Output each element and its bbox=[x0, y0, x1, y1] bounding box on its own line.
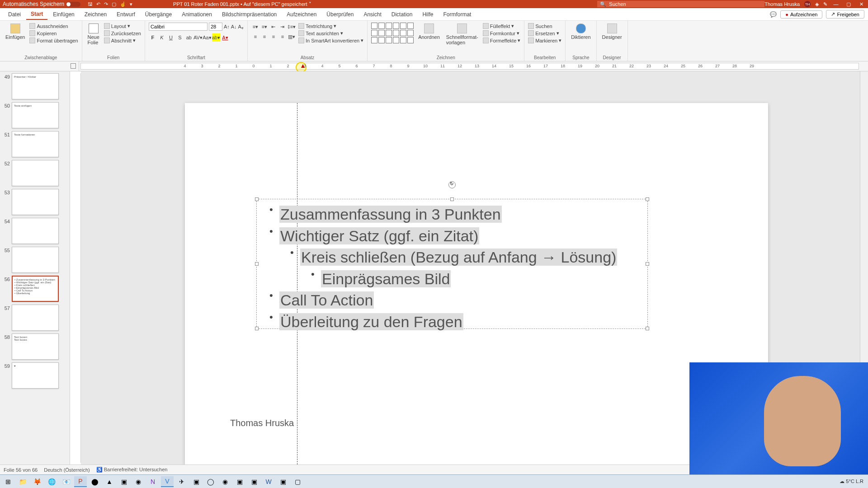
thumbnail-50[interactable]: 50Texte einfügen bbox=[1, 102, 69, 128]
slide-count[interactable]: Folie 56 von 66 bbox=[4, 467, 38, 473]
bullet-item[interactable]: Zusammenfassung in 3 Punkten bbox=[266, 204, 638, 225]
underline-button[interactable]: U bbox=[167, 33, 175, 42]
qat-more-icon[interactable]: ▾ bbox=[130, 1, 132, 7]
cut-button[interactable]: Ausschneiden bbox=[29, 23, 78, 29]
telegram-icon[interactable]: ✈ bbox=[175, 476, 188, 487]
align-justify-button[interactable]: ≡ bbox=[278, 33, 287, 41]
app-icon[interactable]: ▣ bbox=[190, 476, 203, 487]
tab-aufzeichnen[interactable]: Aufzeichnen bbox=[282, 9, 321, 19]
tab-datei[interactable]: Datei bbox=[4, 9, 25, 19]
record-button[interactable]: ●Aufzeichnen bbox=[780, 10, 822, 19]
share-button[interactable]: ↗Freigeben bbox=[826, 10, 864, 19]
app-icon[interactable]: ◯ bbox=[204, 476, 217, 487]
thumbnail-55[interactable]: 55 bbox=[1, 247, 69, 273]
thumbnail-56[interactable]: 56• Zusammenfassung in 3 Punkten• Wichti… bbox=[1, 276, 69, 302]
touch-icon[interactable]: ☝ bbox=[120, 1, 126, 7]
resize-handle[interactable] bbox=[255, 262, 259, 266]
tab-dictation[interactable]: Dictation bbox=[387, 9, 417, 19]
tab-ueberpruefen[interactable]: Überprüfen bbox=[322, 9, 358, 19]
align-left-button[interactable]: ≡ bbox=[251, 33, 259, 41]
thumbnail-52[interactable]: 52 bbox=[1, 160, 69, 186]
thumbnail-54[interactable]: 54 bbox=[1, 218, 69, 244]
grow-font-icon[interactable]: A↑ bbox=[224, 24, 230, 29]
thumbnail-51[interactable]: 51Texte formatieren bbox=[1, 131, 69, 157]
format-painter-button[interactable]: Format übertragen bbox=[29, 37, 78, 44]
section-button[interactable]: Abschnitt ▾ bbox=[104, 37, 141, 44]
shape-fill-button[interactable]: Fülleffekt ▾ bbox=[483, 23, 521, 29]
thumbnail-57[interactable]: 57 bbox=[1, 305, 69, 331]
tab-animationen[interactable]: Animationen bbox=[177, 9, 217, 19]
maximize-button[interactable]: ▢ bbox=[844, 1, 853, 7]
replace-button[interactable]: Ersetzen ▾ bbox=[528, 30, 561, 37]
autosave-toggle[interactable] bbox=[66, 2, 80, 7]
resize-handle[interactable] bbox=[646, 327, 649, 330]
text-placeholder[interactable]: Zusammenfassung in 3 PunktenWichtiger Sa… bbox=[256, 199, 648, 329]
tab-entwurf[interactable]: Entwurf bbox=[112, 9, 140, 19]
bullet-item[interactable]: Kreis schließen (Bezug auf Anfang → Lösu… bbox=[287, 247, 638, 268]
minimize-button[interactable]: — bbox=[832, 1, 840, 7]
tab-zeichnen[interactable]: Zeichnen bbox=[80, 9, 111, 19]
firefox-icon[interactable]: 🦊 bbox=[31, 476, 43, 487]
ruler-corner[interactable] bbox=[0, 61, 79, 71]
case-button[interactable]: Aa▾ bbox=[203, 33, 211, 42]
arrange-button[interactable]: Anordnen bbox=[416, 23, 442, 41]
accessibility-check[interactable]: ♿ Barrierefreiheit: Untersuchen bbox=[96, 467, 168, 473]
outdent-button[interactable]: ⇤ bbox=[269, 23, 278, 31]
resize-handle[interactable] bbox=[450, 197, 454, 201]
app-icon[interactable]: ⬤ bbox=[89, 476, 101, 487]
resize-handle[interactable] bbox=[255, 197, 259, 201]
app-icon[interactable]: ▣ bbox=[277, 476, 289, 487]
app-icon[interactable]: ▣ bbox=[248, 476, 260, 487]
align-text-button[interactable]: Text ausrichten ▾ bbox=[298, 30, 363, 37]
document-title[interactable]: PPT 01 Roter Faden 001.pptx • Auf "diese… bbox=[173, 1, 584, 7]
tab-bildschirm[interactable]: Bildschirmpräsentation bbox=[217, 9, 281, 19]
word-icon[interactable]: W bbox=[262, 476, 275, 487]
tab-formformat[interactable]: Formformat bbox=[439, 9, 476, 19]
highlight-button[interactable]: ab▾ bbox=[212, 33, 220, 42]
tab-einfuegen[interactable]: Einfügen bbox=[48, 9, 79, 19]
diamond-icon[interactable]: ◈ bbox=[815, 1, 819, 7]
bold-button[interactable]: F bbox=[149, 33, 157, 42]
find-button[interactable]: Suchen bbox=[528, 23, 561, 29]
layout-button[interactable]: Layout ▾ bbox=[104, 23, 141, 29]
bullet-item[interactable]: Call To Action bbox=[266, 290, 638, 311]
columns-button[interactable]: ▥▾ bbox=[288, 33, 296, 41]
visio-icon[interactable]: V bbox=[161, 476, 174, 487]
pen-icon[interactable]: ✎ bbox=[823, 1, 827, 7]
bullet-item[interactable]: Überleitung zu den Fragen bbox=[266, 311, 638, 333]
app-icon[interactable]: ▣ bbox=[118, 476, 130, 487]
start-button[interactable]: ⊞ bbox=[2, 476, 14, 487]
user-avatar[interactable]: TH bbox=[804, 1, 811, 7]
thumbnail-59[interactable]: 59♥ bbox=[1, 362, 69, 389]
quick-styles-button[interactable]: Schnellformat- vorlagen bbox=[444, 23, 480, 46]
strike-button[interactable]: ab bbox=[185, 33, 193, 42]
text-direction-button[interactable]: Textrichtung ▾ bbox=[298, 23, 363, 29]
thumbnail-53[interactable]: 53 bbox=[1, 189, 69, 215]
font-name-input[interactable] bbox=[149, 23, 208, 31]
tab-ansicht[interactable]: Ansicht bbox=[359, 9, 386, 19]
align-right-button[interactable]: ≡ bbox=[269, 33, 278, 41]
resize-handle[interactable] bbox=[646, 262, 649, 266]
save-icon[interactable]: 🖫 bbox=[88, 1, 93, 7]
shape-outline-button[interactable]: Formkontur ▾ bbox=[483, 30, 521, 37]
undo-icon[interactable]: ↶ bbox=[96, 1, 100, 7]
copy-button[interactable]: Kopieren bbox=[29, 30, 78, 37]
clear-format-icon[interactable]: Aᵩ bbox=[238, 24, 244, 30]
shadow-button[interactable]: S bbox=[176, 33, 184, 42]
convert-smartart-button[interactable]: In SmartArt konvertieren ▾ bbox=[298, 37, 363, 44]
tab-start[interactable]: Start bbox=[26, 9, 47, 20]
outlook-icon[interactable]: 📧 bbox=[60, 476, 72, 487]
explorer-icon[interactable]: 📁 bbox=[16, 476, 29, 487]
app-icon[interactable]: ◉ bbox=[219, 476, 231, 487]
redo-icon[interactable]: ↷ bbox=[104, 1, 108, 7]
align-center-button[interactable]: ≡ bbox=[260, 33, 269, 41]
vlc-icon[interactable]: ▲ bbox=[103, 476, 116, 487]
indent-button[interactable]: ⇥ bbox=[278, 23, 287, 31]
chrome-icon[interactable]: 🌐 bbox=[45, 476, 58, 487]
bullet-item[interactable]: Einprägsames Bild bbox=[307, 268, 638, 290]
slide-thumbnails-panel[interactable]: 49Präsenter / Klicker50Texte einfügen51T… bbox=[0, 71, 70, 465]
weather-widget[interactable]: ☁ 5°C L.R bbox=[840, 479, 863, 484]
shapes-gallery[interactable] bbox=[371, 23, 414, 43]
close-button[interactable]: ✕ bbox=[857, 1, 865, 7]
select-button[interactable]: Markieren ▾ bbox=[528, 37, 561, 44]
